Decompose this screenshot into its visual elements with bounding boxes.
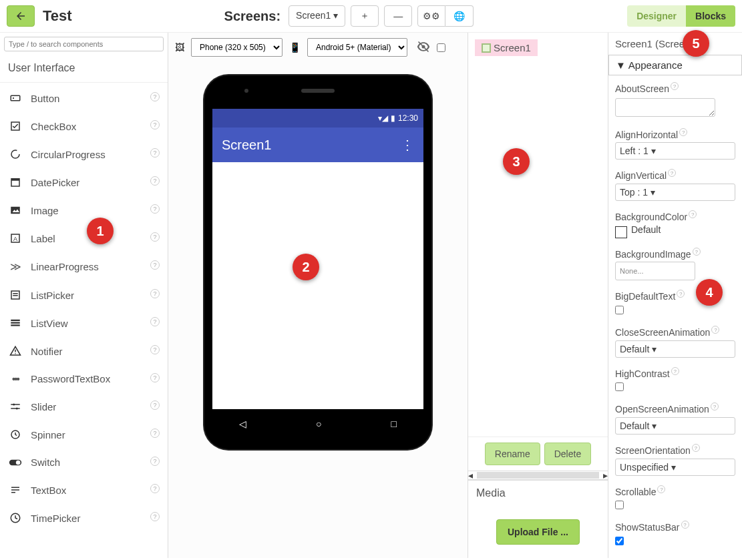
help-icon[interactable]: ? [150, 429, 160, 438]
tree-root-item[interactable]: Screen1 [475, 39, 538, 56]
palette-item-datepicker[interactable]: DatePicker? [0, 168, 168, 196]
closescreenanimation-select[interactable]: Default ▾ [615, 340, 735, 358]
overflow-menu-icon[interactable]: ⋮ [401, 137, 414, 153]
help-icon[interactable]: ? [150, 317, 160, 326]
palette-item-listview[interactable]: ListView? [0, 309, 168, 337]
help-icon[interactable]: ? [150, 484, 160, 493]
help-icon[interactable]: ? [681, 521, 689, 529]
help-icon[interactable]: ? [150, 148, 160, 158]
svg-rect-13 [11, 320, 20, 321]
help-icon[interactable]: ? [711, 326, 719, 334]
bigdefaulttext-checkbox[interactable] [615, 306, 624, 314]
publish-button[interactable]: 🌐 [445, 5, 474, 27]
phone-screen[interactable]: ▾◢ ▮ 12:30 Screen1 ⋮ [212, 109, 423, 409]
palette-item-timepicker[interactable]: TimePicker? [0, 504, 168, 532]
palette-item-circularprogress[interactable]: CircularProgress? [0, 140, 168, 168]
rename-button[interactable]: Rename [485, 443, 540, 465]
svg-rect-15 [11, 324, 20, 326]
blocks-tab[interactable]: Blocks [686, 5, 735, 27]
tree-root-label: Screen1 [494, 42, 531, 53]
timepicker-icon [8, 512, 23, 524]
upload-file-button[interactable]: Upload File ... [496, 519, 580, 545]
svg-point-24 [16, 460, 21, 465]
show-hidden-checkbox[interactable] [437, 43, 445, 52]
palette-item-listpicker[interactable]: ListPicker? [0, 281, 168, 309]
palette-item-switch[interactable]: Switch? [0, 449, 168, 476]
back-button[interactable] [7, 5, 35, 27]
svg-text:A: A [13, 236, 17, 242]
help-icon[interactable]: ? [692, 444, 700, 452]
palette-item-linearprogress[interactable]: ≫LinearProgress? [0, 252, 168, 281]
palette-item-spinner[interactable]: Spinner? [0, 421, 168, 449]
help-icon[interactable]: ? [150, 176, 160, 186]
delete-button[interactable]: Delete [544, 443, 591, 465]
viewport-size-select[interactable]: Phone (320 x 505) [191, 38, 283, 57]
palette-category-header[interactable]: User Interface [0, 55, 168, 81]
help-icon[interactable]: ? [150, 92, 160, 101]
svg-point-21 [16, 408, 18, 410]
palette-item-passwordtextbox[interactable]: •••PasswordTextBox? [0, 365, 168, 392]
battery-icon: ▮ [391, 113, 395, 123]
help-icon[interactable]: ? [671, 367, 679, 375]
palette-item-checkbox[interactable]: CheckBox? [0, 112, 168, 140]
bgcolor-swatch[interactable] [615, 226, 627, 238]
help-icon[interactable]: ? [150, 373, 160, 382]
current-screen-select[interactable]: Screen1 ▾ [289, 5, 345, 27]
highcontrast-checkbox[interactable] [615, 382, 624, 391]
help-icon[interactable]: ? [677, 290, 685, 298]
palette-item-button[interactable]: Button? [0, 84, 168, 112]
screenorientation-select[interactable]: Unspecified ▾ [615, 459, 735, 476]
screen-canvas[interactable] [212, 162, 423, 409]
openscreenanimation-select[interactable]: Default ▾ [615, 417, 735, 435]
help-icon[interactable]: ? [657, 485, 665, 493]
tree-hscroll[interactable]: ◂▸ [468, 471, 608, 480]
add-screen-button[interactable]: ＋ [351, 5, 379, 27]
callout-3: 3 [503, 148, 530, 175]
wallpaper-icon[interactable]: 🖼 [175, 42, 184, 53]
help-icon[interactable]: ? [150, 232, 160, 242]
showstatusbar-checkbox[interactable] [615, 537, 624, 545]
palette-item-slider[interactable]: Slider? [0, 392, 168, 421]
help-icon[interactable]: ? [668, 169, 676, 177]
help-icon[interactable]: ? [679, 128, 687, 136]
component-search-input[interactable] [4, 37, 164, 51]
visibility-off-icon[interactable] [417, 40, 430, 55]
help-icon[interactable]: ? [150, 260, 160, 270]
prop-label-scrollable: Scrollable [615, 486, 656, 497]
help-icon[interactable]: ? [150, 120, 160, 129]
alignvertical-select[interactable]: Top : 1 ▾ [615, 184, 735, 201]
callout-5: 5 [683, 30, 709, 57]
palette-item-image[interactable]: Image? [0, 196, 168, 224]
help-icon[interactable]: ? [150, 345, 160, 354]
device-icon[interactable]: 📱 [289, 42, 301, 53]
palette-item-label: ListPicker [31, 290, 74, 301]
help-icon[interactable]: ? [711, 402, 719, 410]
bgimage-input[interactable] [615, 262, 695, 280]
slider-icon [8, 400, 23, 412]
help-icon[interactable]: ? [150, 289, 160, 298]
designer-tab[interactable]: Designer [627, 5, 686, 27]
screens-label: Screens: [224, 9, 281, 24]
help-icon[interactable]: ? [693, 248, 701, 256]
top-toolbar: Test Screens: Screen1 ▾ ＋ — ⚙⚙ 🌐 Designe… [0, 0, 742, 33]
settings-button[interactable]: ⚙⚙ [417, 5, 445, 27]
help-icon[interactable]: ? [671, 82, 679, 90]
palette-item-textbox[interactable]: TextBox? [0, 476, 168, 504]
palette-item-label: Spinner [31, 429, 65, 441]
theme-select[interactable]: Android 5+ (Material) [307, 38, 407, 57]
help-icon[interactable]: ? [150, 512, 160, 521]
alignhorizontal-select[interactable]: Left : 1 ▾ [615, 142, 735, 160]
scrollable-checkbox[interactable] [615, 501, 624, 509]
app-bar-title: Screen1 [222, 137, 272, 153]
palette-item-notifier[interactable]: Notifier? [0, 337, 168, 365]
help-icon[interactable]: ? [150, 457, 160, 466]
help-icon[interactable]: ? [150, 400, 160, 410]
properties-section-header[interactable]: ▼ Appearance [608, 55, 742, 75]
help-icon[interactable]: ? [150, 204, 160, 214]
help-icon[interactable]: ? [689, 210, 697, 218]
aboutscreen-input[interactable] [615, 98, 715, 117]
arrow-left-icon [15, 10, 27, 22]
remove-screen-button[interactable]: — [384, 5, 412, 27]
palette-item-label[interactable]: ALabel? [0, 224, 168, 252]
nav-back-icon: ◁ [239, 418, 246, 429]
